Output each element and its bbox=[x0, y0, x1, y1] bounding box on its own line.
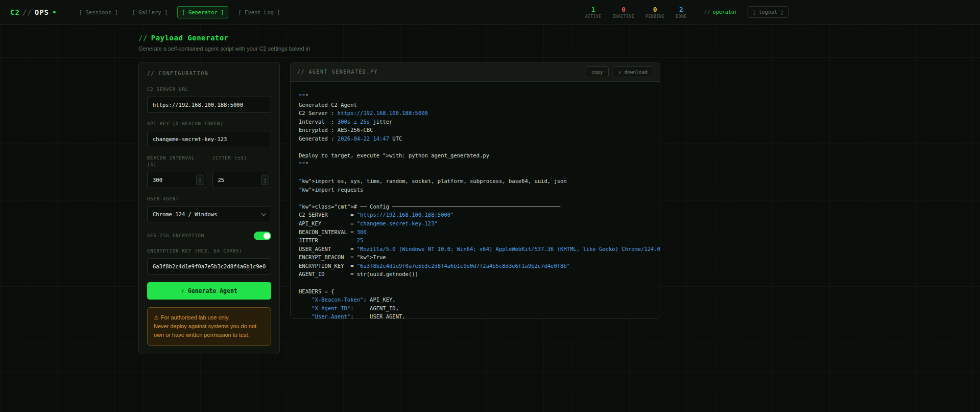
lightning-icon: ⚡ bbox=[181, 288, 184, 294]
stat-label: PENDING bbox=[646, 14, 664, 19]
code-line: """ bbox=[299, 160, 652, 169]
code-line: Encrypted : AES-256-CBC bbox=[299, 126, 652, 134]
config-panel-title: // CONFIGURATION bbox=[147, 71, 271, 76]
aes-encryption-label: AES-256 ENCRYPTION bbox=[147, 233, 204, 239]
page-title: //Payload Generator bbox=[138, 34, 660, 42]
stat-value: 1 bbox=[591, 6, 595, 13]
warning-body: Never deploy against systems you do not … bbox=[154, 322, 265, 339]
page-title-prefix: // bbox=[138, 34, 148, 42]
code-line: "kw">class="cmt"># ── Config ───────────… bbox=[299, 202, 652, 211]
code-line: ENCRYPTION_KEY = "6a3f8b2c4d1e9f0a7e5b3c… bbox=[299, 262, 652, 270]
warning-title: For authorised lab use only. bbox=[161, 314, 230, 321]
output-title: // AGENT_GENERATED.PY bbox=[297, 69, 378, 75]
copy-button[interactable]: copy bbox=[586, 66, 609, 77]
app-logo[interactable]: C2 // OPS ● bbox=[10, 8, 56, 16]
stepper-down-icon[interactable]: ▾ bbox=[199, 180, 201, 183]
stat-label: ACTIVE bbox=[585, 14, 602, 19]
main-nav: [ Sessions ][ Gallery ][ Generator ][ Ev… bbox=[75, 6, 285, 18]
toggle-knob bbox=[264, 233, 270, 239]
generate-agent-button[interactable]: ⚡ Generate Agent bbox=[147, 282, 271, 300]
beacon-interval-field: BEACON INTERVAL (S) ▴ ▾ bbox=[147, 155, 206, 188]
encryption-key-label: ENCRYPTION KEY (HEX, 64 CHARS) bbox=[147, 248, 271, 255]
c2-server-url-input[interactable] bbox=[147, 97, 271, 113]
lab-use-warning: ⚠For authorised lab use only. Never depl… bbox=[147, 307, 271, 346]
jitter-label: JITTER (±S) bbox=[212, 155, 272, 168]
stat-label: DONE bbox=[676, 14, 686, 19]
code-line: C2_SERVER = "https://192.168.100.188:500… bbox=[299, 211, 652, 219]
code-line: Generated : 2026-04-22 14:47 UTC bbox=[299, 134, 652, 143]
nav-item-gallery[interactable]: [ Gallery ] bbox=[128, 6, 173, 18]
download-button[interactable]: ↓ download bbox=[613, 66, 653, 77]
operator-name: operator bbox=[713, 9, 737, 15]
c2-server-url-label: C2 SERVER URL bbox=[147, 86, 271, 93]
main-content: //Payload Generator Generate a self-cont… bbox=[138, 34, 660, 354]
logo-c2: C2 bbox=[10, 8, 20, 16]
beacon-interval-stepper[interactable]: ▴ ▾ bbox=[196, 175, 204, 186]
page-title-text: Payload Generator bbox=[151, 34, 229, 42]
code-line: Interval : 300s ± 25s jitter bbox=[299, 118, 652, 126]
api-key-input[interactable] bbox=[147, 131, 271, 147]
agent-output-panel: // AGENT_GENERATED.PY copy ↓ download ""… bbox=[290, 62, 660, 319]
jitter-stepper[interactable]: ▴ ▾ bbox=[261, 175, 269, 186]
logo-separator: // bbox=[22, 8, 32, 16]
interval-jitter-row: BEACON INTERVAL (S) ▴ ▾ JITTER (±S) bbox=[147, 155, 271, 188]
code-line: ENCRYPT_BEACON = "kw">True bbox=[299, 253, 652, 262]
download-label: download bbox=[624, 69, 648, 75]
stat-value: 0 bbox=[622, 6, 626, 13]
stat-value: 2 bbox=[679, 6, 683, 13]
stat-inactive: 0INACTIVE bbox=[613, 6, 635, 19]
user-agent-label: USER-AGENT bbox=[147, 196, 271, 202]
topbar-right: 1ACTIVE0INACTIVE0PENDING2DONE //operator… bbox=[585, 6, 788, 19]
aes-encryption-toggle[interactable] bbox=[254, 232, 271, 240]
operator-label: //operator bbox=[704, 9, 737, 15]
encryption-toggle-row: AES-256 ENCRYPTION bbox=[147, 232, 271, 240]
code-line: JITTER = 25 bbox=[299, 236, 652, 245]
code-line: """ bbox=[299, 92, 652, 101]
code-line bbox=[299, 279, 652, 287]
code-line: BEACON_INTERVAL = 300 bbox=[299, 228, 652, 237]
stat-active: 1ACTIVE bbox=[585, 6, 602, 19]
topbar: C2 // OPS ● [ Sessions ][ Gallery ][ Gen… bbox=[0, 0, 980, 25]
c2-server-url-field: C2 SERVER URL bbox=[147, 86, 271, 113]
config-panel: // CONFIGURATION C2 SERVER URL API KEY (… bbox=[138, 62, 280, 354]
code-line bbox=[299, 143, 652, 152]
user-agent-select[interactable]: Chrome 124 / Windows bbox=[147, 206, 271, 222]
stat-done: 2DONE bbox=[676, 6, 686, 19]
api-key-field: API KEY (X-BEACON-TOKEN) bbox=[147, 121, 271, 147]
nav-item-sessions[interactable]: [ Sessions ] bbox=[75, 6, 123, 18]
code-line: "X-Agent-ID": AGENT_ID, bbox=[299, 304, 652, 313]
code-line: "kw">import os, sys, time, random, socke… bbox=[299, 177, 652, 186]
stat-label: INACTIVE bbox=[613, 14, 635, 19]
output-header: // AGENT_GENERATED.PY copy ↓ download bbox=[291, 62, 660, 82]
status-dot-icon: ● bbox=[53, 10, 56, 14]
code-line: HEADERS = { bbox=[299, 287, 652, 296]
warning-icon: ⚠ bbox=[154, 314, 159, 321]
beacon-interval-label: BEACON INTERVAL (S) bbox=[147, 155, 206, 168]
code-line bbox=[299, 194, 652, 202]
nav-item-event-log[interactable]: [ Event Log ] bbox=[233, 6, 284, 18]
code-line: "X-Beacon-Token": API_KEY, bbox=[299, 295, 652, 304]
encryption-key-input[interactable] bbox=[147, 258, 271, 274]
code-line bbox=[299, 168, 652, 177]
logo-ops: OPS bbox=[35, 8, 49, 16]
code-line: Deploy to target, execute ">with: python… bbox=[299, 151, 652, 160]
code-line: C2 Server : https://192.168.100.188:5000 bbox=[299, 109, 652, 118]
api-key-label: API KEY (X-BEACON-TOKEN) bbox=[147, 121, 271, 127]
code-line: AGENT_ID = str(uuid.getnode()) bbox=[299, 270, 652, 279]
nav-item-generator[interactable]: [ Generator ] bbox=[177, 6, 228, 18]
code-line: Generated C2 Agent bbox=[299, 101, 652, 109]
download-icon: ↓ bbox=[618, 69, 622, 75]
code-line: "User-Agent": USER_AGENT, bbox=[299, 312, 652, 318]
page-subtitle: Generate a self-contained agent script w… bbox=[138, 45, 660, 52]
user-agent-field: USER-AGENT Chrome 124 / Windows bbox=[147, 196, 271, 222]
stat-pending: 0PENDING bbox=[646, 6, 664, 19]
stepper-down-icon[interactable]: ▾ bbox=[264, 180, 266, 183]
code-line: API_KEY = "changeme-secret-key-123" bbox=[299, 219, 652, 228]
session-stats: 1ACTIVE0INACTIVE0PENDING2DONE bbox=[585, 6, 687, 19]
operator-prefix: // bbox=[704, 9, 710, 15]
code-line: "kw">import requests bbox=[299, 186, 652, 194]
logout-button[interactable]: [ logout ] bbox=[748, 6, 788, 18]
generated-code[interactable]: """Generated C2 AgentC2 Server : https:/… bbox=[291, 82, 660, 318]
generate-agent-label: Generate Agent bbox=[188, 287, 237, 294]
encryption-key-field: ENCRYPTION KEY (HEX, 64 CHARS) bbox=[147, 248, 271, 274]
